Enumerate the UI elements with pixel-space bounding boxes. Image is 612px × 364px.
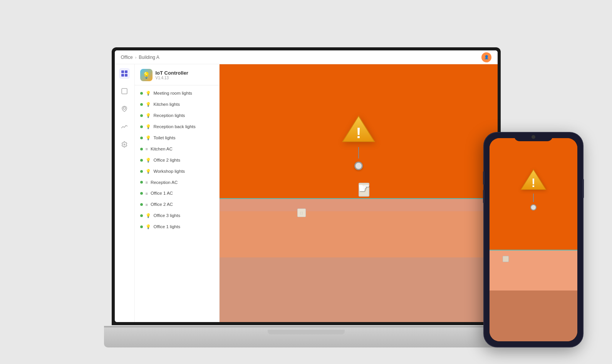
phone-vol-down-button	[483, 190, 485, 203]
device-item[interactable]: ≡ Office 1 AC	[135, 188, 219, 199]
device-panel: 💡 IoT Controller V1.4.13 💡	[135, 64, 220, 322]
phone-room-background: !	[490, 138, 577, 341]
laptop-base	[268, 330, 345, 334]
phone-desk	[490, 250, 577, 286]
device-item[interactable]: 💡 Toilet lights	[135, 132, 219, 144]
status-dot	[140, 137, 143, 139]
phone-outlet	[503, 256, 509, 262]
sidebar	[115, 64, 135, 322]
device-item[interactable]: 💡 Reception lights	[135, 110, 219, 121]
svg-rect-4	[122, 88, 127, 94]
phone: !	[483, 132, 583, 347]
status-dot	[140, 92, 143, 95]
device-item[interactable]: 💡 Office 1 lights	[135, 221, 219, 232]
device-name: Office 2 lights	[154, 157, 180, 163]
device-name: Office 1 lights	[154, 224, 180, 230]
sidebar-item-grid[interactable]	[119, 68, 130, 79]
status-dot	[140, 148, 143, 150]
device-name: Kitchen AC	[151, 146, 173, 152]
cursor-hand: ☛	[358, 180, 370, 196]
status-dot	[140, 203, 143, 206]
sidebar-item-chart[interactable]	[119, 121, 130, 132]
status-dot	[140, 214, 143, 217]
device-list: 💡 Meeting room lights 💡 Kitchen lights	[135, 85, 219, 235]
sidebar-item-location[interactable]	[119, 104, 130, 114]
light-icon: 💡	[146, 124, 151, 129]
status-dot	[140, 181, 143, 184]
light-icon: 💡	[146, 113, 151, 118]
sidebar-item-settings[interactable]	[119, 139, 130, 150]
phone-warning-dot	[530, 204, 537, 210]
svg-rect-2	[121, 74, 124, 77]
breadcrumb-current: Building A	[139, 55, 159, 60]
svg-rect-1	[125, 70, 127, 73]
status-dot	[140, 170, 143, 173]
device-name: Office 3 lights	[154, 213, 180, 219]
device-item[interactable]: 💡 Meeting room lights	[135, 88, 219, 99]
main-content: ⬚	[220, 64, 498, 322]
device-item[interactable]: 💡 Workshop lights	[135, 166, 219, 177]
device-name: Meeting room lights	[154, 90, 192, 96]
status-dot	[140, 125, 143, 128]
device-name: Kitchen lights	[154, 102, 180, 107]
phone-warning-connector	[533, 194, 534, 202]
status-dot	[140, 103, 143, 106]
app-container: Office › Building A 👤	[115, 50, 498, 322]
app-body: 💡 IoT Controller V1.4.13 💡	[115, 64, 498, 322]
device-item[interactable]: 💡 Kitchen lights	[135, 99, 219, 110]
wall-outlet: ⬚	[297, 209, 306, 217]
device-name: Office 1 AC	[151, 190, 173, 196]
device-item[interactable]: 💡 Reception back lights	[135, 121, 219, 132]
breadcrumb-parent: Office	[121, 55, 133, 60]
app-version: V1.4.13	[156, 76, 188, 80]
warning-overlay: !	[341, 113, 376, 170]
app-icon: 💡	[140, 69, 153, 81]
device-item[interactable]: 💡 Office 2 lights	[135, 155, 219, 166]
app-title: IoT Controller	[156, 70, 188, 76]
desk-front	[220, 211, 498, 258]
phone-screen: !	[490, 138, 577, 341]
phone-vol-up-button	[483, 171, 485, 185]
laptop: Office › Building A 👤	[104, 47, 508, 347]
breadcrumb-separator: ›	[135, 55, 137, 60]
device-item[interactable]: ≡ Kitchen AC	[135, 144, 219, 155]
svg-text:!: !	[356, 124, 361, 141]
phone-camera	[532, 135, 535, 139]
phone-notch	[514, 133, 553, 141]
device-item[interactable]: ≡ Office 2 AC	[135, 199, 219, 210]
avatar[interactable]: 👤	[481, 52, 491, 62]
device-name: Office 2 AC	[151, 202, 173, 207]
device-name: Workshop lights	[154, 169, 185, 174]
svg-point-5	[123, 107, 126, 109]
light-icon: 💡	[146, 169, 151, 174]
phone-power-button	[582, 179, 584, 198]
status-dot	[140, 159, 143, 162]
status-dot	[140, 192, 143, 195]
light-icon: 💡	[146, 158, 151, 163]
svg-point-6	[124, 144, 125, 145]
device-item[interactable]: ≡ Reception AC	[135, 177, 219, 188]
laptop-screen-outer: Office › Building A 👤	[112, 47, 501, 325]
status-dot	[140, 225, 143, 228]
ac-icon: ≡	[146, 191, 148, 196]
device-item[interactable]: 💡 Office 3 lights	[135, 210, 219, 221]
status-dot	[140, 114, 143, 117]
room-background: ⬚	[220, 64, 498, 322]
app-header: 💡 IoT Controller V1.4.13	[135, 64, 219, 85]
device-name: Reception lights	[154, 113, 185, 119]
warning-dot	[354, 162, 363, 170]
light-icon: 💡	[146, 102, 151, 107]
device-name: Toilet lights	[154, 135, 176, 141]
ac-icon: ≡	[146, 202, 148, 207]
device-name: Reception AC	[151, 180, 178, 185]
phone-warning-overlay: !	[520, 167, 547, 210]
svg-rect-0	[121, 70, 124, 73]
breadcrumb: Office › Building A	[121, 55, 159, 60]
light-icon: 💡	[146, 213, 151, 218]
sidebar-item-square[interactable]	[119, 86, 130, 97]
light-icon: 💡	[146, 224, 151, 229]
laptop-body	[104, 327, 508, 347]
scene: Office › Building A 👤	[37, 17, 576, 347]
device-name: Reception back lights	[154, 124, 196, 130]
light-icon: 💡	[146, 91, 151, 96]
